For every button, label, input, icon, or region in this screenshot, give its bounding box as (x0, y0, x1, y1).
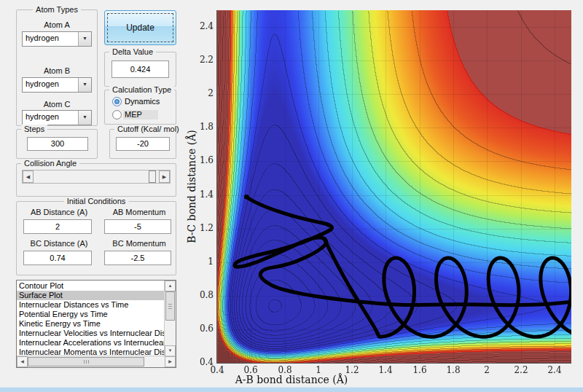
radio-unselected-icon[interactable] (112, 110, 122, 119)
horizontal-scrollbar[interactable]: ◀ ▶ (17, 356, 176, 367)
atom-a-value: hydrogen (26, 34, 59, 42)
bc-distance-label: BC Distance (A) (23, 239, 95, 248)
y-tick-label: 2.2 (189, 55, 214, 65)
y-tick-label: 0.6 (189, 324, 214, 334)
atom-b-label: Atom B (17, 66, 97, 75)
delta-value-field[interactable]: 0.424 (111, 60, 169, 78)
radio-mep[interactable]: MEP (112, 109, 171, 119)
list-item[interactable]: Potential Energy vs Time (17, 310, 164, 319)
pes-contour-canvas (217, 10, 571, 363)
list-item[interactable]: Kinetic Energy vs Time (17, 319, 164, 329)
atom-a-dropdown[interactable]: hydrogen ▼ (22, 31, 92, 47)
update-button-label: Update (105, 23, 176, 33)
radio-dynamics[interactable]: Dynamics (112, 96, 171, 106)
pes-plot-area (216, 10, 571, 364)
collision-angle-title: Collision Angle (21, 159, 79, 168)
atom-c-value: hydrogen (26, 112, 59, 121)
cutoff-title: Cutoff (Kcal/ mol) (114, 125, 182, 133)
delta-value-title: Delta Value (109, 47, 156, 56)
calculation-type-title: Calculation Type (109, 85, 174, 94)
scroll-right-icon[interactable]: ▶ (165, 356, 176, 367)
y-tick-label: 0.4 (189, 357, 214, 367)
update-button[interactable]: Update (104, 10, 176, 45)
cutoff-groupbox: Cutoff (Kcal/ mol) -20 (109, 129, 176, 159)
steps-title: Steps (21, 125, 47, 133)
chevron-down-icon[interactable]: ▼ (78, 32, 91, 46)
atom-types-groupbox: Atom Types Atom A hydrogen ▼ Atom B hydr… (16, 9, 98, 126)
cutoff-field[interactable]: -20 (116, 137, 170, 151)
bc-distance-field[interactable]: 0.74 (23, 251, 92, 265)
collision-angle-groupbox: Collision Angle ◀ ▶ (16, 163, 176, 197)
y-axis-label: B-C bond distance (Å) (186, 130, 197, 243)
collision-angle-slider[interactable]: ◀ ▶ (22, 170, 171, 184)
scroll-down-icon[interactable]: ▼ (165, 345, 176, 356)
listbox-rows: Contour PlotSurface PlotInternuclear Dis… (17, 281, 164, 356)
ab-distance-field[interactable]: 2 (23, 219, 92, 234)
x-axis-label: A-B bond distance (Å) (0, 374, 583, 385)
radio-selected-icon[interactable] (112, 97, 122, 106)
radio-dynamics-label: Dynamics (125, 97, 160, 106)
slider-thumb[interactable] (149, 170, 156, 183)
atom-c-dropdown[interactable]: hydrogen ▼ (22, 110, 92, 125)
initial-conditions-title: Initial Conditions (64, 197, 129, 205)
scroll-left-icon[interactable]: ◀ (17, 356, 28, 367)
horizontal-scroll-thumb[interactable] (28, 357, 144, 366)
atom-b-dropdown[interactable]: hydrogen ▼ (22, 77, 92, 93)
ab-distance-label: AB Distance (A) (23, 208, 95, 216)
slider-right-arrow-icon[interactable]: ▶ (159, 170, 170, 183)
vertical-scrollbar[interactable]: ▲ ▼ (164, 281, 176, 356)
bc-momentum-label: BC Momentum (103, 239, 176, 248)
calculation-type-groupbox: Calculation Type Dynamics MEP (104, 90, 176, 125)
atom-types-title: Atom Types (33, 5, 81, 14)
ab-momentum-label: AB Momentum (103, 208, 176, 216)
atom-a-label: Atom A (17, 20, 97, 29)
initial-conditions-groupbox: Initial Conditions AB Distance (A) AB Mo… (16, 201, 176, 275)
atom-b-value: hydrogen (26, 79, 59, 88)
list-item[interactable]: Internuclear Distances vs Time (17, 300, 164, 310)
app-window: { "panel": { "atom_types": { "title": "A… (0, 0, 583, 392)
atom-c-label: Atom C (17, 100, 97, 109)
vertical-scroll-thumb[interactable] (165, 291, 175, 321)
chevron-down-icon[interactable]: ▼ (78, 78, 91, 92)
bc-momentum-field[interactable]: -2.5 (104, 251, 171, 265)
delta-value-groupbox: Delta Value 0.424 (104, 52, 176, 87)
radio-mep-label: MEP (123, 110, 158, 119)
list-item[interactable]: Surface Plot (17, 291, 164, 300)
scroll-up-icon[interactable]: ▲ (165, 281, 176, 291)
slider-left-arrow-icon[interactable]: ◀ (23, 170, 34, 183)
chevron-down-icon[interactable]: ▼ (78, 111, 91, 125)
ab-momentum-field[interactable]: -5 (104, 219, 171, 234)
y-tick-label: 1 (189, 256, 214, 267)
y-tick-label: 2 (189, 88, 214, 98)
y-tick-label: 0.8 (189, 290, 214, 300)
plot-type-listbox[interactable]: Contour PlotSurface PlotInternuclear Dis… (16, 280, 176, 368)
window-bottom-border (0, 387, 583, 392)
list-item[interactable]: Contour Plot (17, 281, 164, 291)
steps-field[interactable]: 300 (27, 137, 88, 151)
list-item[interactable]: Internuclear Velocities vs Internuclear … (17, 329, 164, 338)
steps-groupbox: Steps 300 (16, 129, 98, 159)
y-tick-label: 2.4 (189, 21, 214, 31)
list-item[interactable]: Internuclear Accelerations vs Internucle… (17, 338, 164, 348)
